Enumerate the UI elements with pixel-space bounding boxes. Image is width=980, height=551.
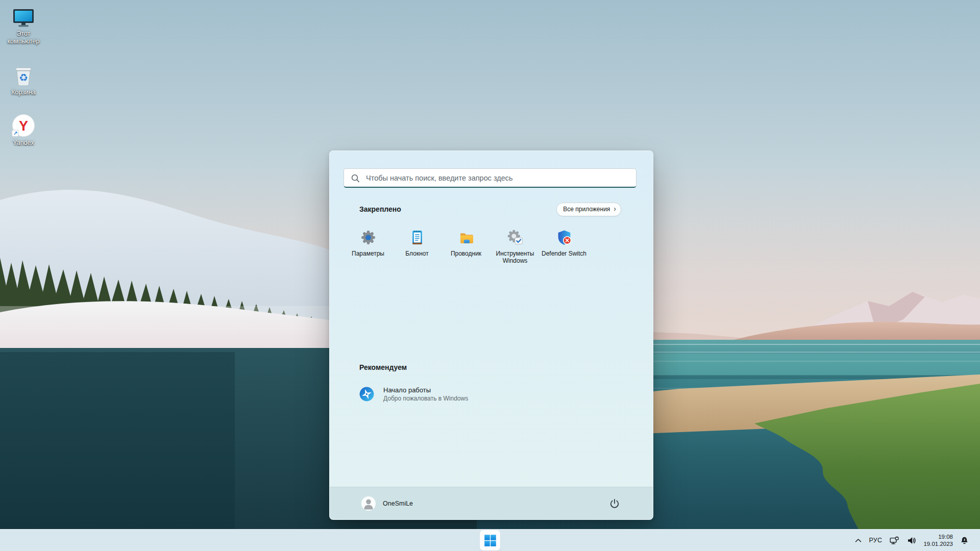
- user-name: OneSmiLe: [383, 500, 413, 507]
- desktop-icon-label: Этот компьютер: [3, 30, 44, 45]
- start-button[interactable]: [480, 530, 500, 550]
- all-apps-label: Все приложения: [563, 206, 610, 213]
- app-tile-defender-switch[interactable]: Defender Switch: [540, 226, 589, 265]
- this-pc-icon: [12, 2, 35, 29]
- svg-text:♻: ♻: [19, 71, 28, 84]
- recommended-item[interactable]: Начало работы Добро пожаловать в Windows: [352, 382, 604, 407]
- focus-assist-bell-icon: z: [960, 536, 969, 545]
- volume-tray-button[interactable]: [905, 532, 918, 548]
- svg-text:Y: Y: [19, 118, 28, 134]
- search-box: [344, 168, 636, 188]
- app-label: Инструменты Windows: [492, 250, 538, 265]
- windows-tools-icon: [507, 229, 524, 246]
- app-tile-explorer[interactable]: Проводник: [442, 226, 491, 265]
- recommended-section-title: Рекомендуем: [359, 363, 407, 371]
- ethernet-network-icon: [890, 536, 899, 545]
- windows-logo-icon: [484, 535, 496, 546]
- chevron-up-icon: [855, 538, 862, 543]
- tray-overflow-button[interactable]: [853, 532, 863, 548]
- app-tile-notepad[interactable]: Блокнот: [393, 226, 442, 265]
- recommended-item-subtitle: Добро пожаловать в Windows: [383, 395, 468, 402]
- recycle-bin-icon: ♻: [12, 61, 35, 87]
- user-avatar-icon: [361, 496, 376, 511]
- shortcut-arrow-icon: ↗: [13, 130, 17, 136]
- desktop-icon-yandex[interactable]: Y ↗ Yandex: [3, 111, 44, 147]
- app-tile-settings[interactable]: Параметры: [344, 226, 393, 265]
- app-label: Defender Switch: [542, 250, 586, 257]
- power-button[interactable]: [605, 494, 624, 513]
- language-label: РУС: [869, 537, 883, 544]
- user-bar: OneSmiLe: [330, 487, 653, 519]
- desktop-icon-this-pc[interactable]: Этот компьютер: [3, 2, 44, 45]
- notepad-icon: [409, 229, 426, 246]
- file-explorer-icon: [458, 229, 475, 246]
- pinned-apps-grid: Параметры: [344, 226, 589, 265]
- clock-date: 19.01.2023: [923, 540, 953, 547]
- system-tray: РУС: [853, 530, 971, 551]
- clock-time: 19:08: [938, 533, 953, 540]
- desktop-icon-label: Yandex: [13, 139, 34, 147]
- search-icon: [351, 173, 360, 183]
- network-tray-button[interactable]: [888, 532, 901, 548]
- language-indicator[interactable]: РУС: [868, 532, 884, 548]
- desktop: Этот компьютер ♻ Корзина Y ↗: [0, 0, 980, 551]
- user-account-button[interactable]: OneSmiLe: [358, 494, 416, 513]
- defender-shield-icon: [556, 229, 573, 246]
- chevron-right-icon: ›: [614, 205, 616, 212]
- taskbar: РУС: [0, 529, 980, 551]
- notification-center-button[interactable]: z: [959, 532, 971, 548]
- settings-gear-icon: [360, 229, 377, 246]
- taskbar-clock[interactable]: 19:08 19.01.2023: [922, 533, 954, 547]
- desktop-icon-column: Этот компьютер ♻ Корзина Y ↗: [3, 2, 44, 162]
- all-apps-button[interactable]: Все приложения ›: [556, 203, 621, 216]
- app-label: Блокнот: [405, 250, 428, 257]
- start-menu: Закреплено Все приложения ›: [329, 151, 653, 520]
- power-icon: [609, 498, 620, 509]
- yandex-browser-icon: Y ↗: [11, 111, 36, 138]
- recommended-item-title: Начало работы: [383, 386, 468, 394]
- app-label: Параметры: [352, 250, 384, 257]
- speaker-volume-icon: [907, 536, 916, 545]
- app-label: Проводник: [451, 250, 481, 257]
- desktop-icon-recycle-bin[interactable]: ♻ Корзина: [3, 61, 44, 96]
- pinned-section-title: Закреплено: [359, 205, 401, 213]
- desktop-icon-label: Корзина: [11, 89, 36, 96]
- app-tile-windows-tools[interactable]: Инструменты Windows: [491, 226, 540, 265]
- get-started-icon: [358, 386, 375, 403]
- search-input[interactable]: [365, 173, 629, 183]
